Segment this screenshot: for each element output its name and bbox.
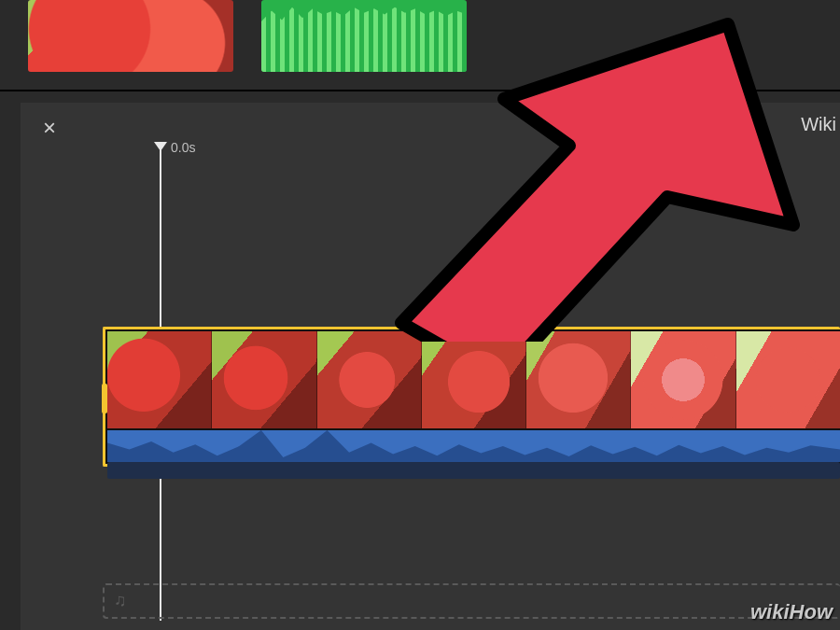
media-browser-row: [0, 0, 840, 79]
waveform-icon: [107, 430, 840, 462]
music-note-icon: ♫: [114, 591, 127, 610]
video-editor-screenshot: × Wiki 0.0s ♫: [0, 0, 840, 630]
divider: [0, 90, 840, 91]
clip-filmstrip: [107, 331, 840, 428]
clip-frame: [630, 331, 735, 428]
media-thumb-strawberry[interactable]: [28, 0, 233, 72]
watermark: wikiHow: [750, 600, 833, 624]
clip-frame: [735, 331, 840, 428]
clip-frame: [211, 331, 315, 428]
media-thumb-green-waveform[interactable]: [261, 0, 467, 72]
background-music-track[interactable]: ♫: [103, 583, 840, 619]
clip-frame: [107, 331, 211, 428]
close-icon: ×: [43, 115, 56, 141]
clip-frame: [421, 331, 525, 428]
clip-frame: [525, 331, 630, 428]
close-button[interactable]: ×: [37, 116, 62, 140]
clip-audio-waveform[interactable]: [107, 430, 840, 462]
clip-frame: [316, 331, 421, 428]
project-title: Wiki: [801, 114, 840, 135]
timeline-panel: × Wiki 0.0s ♫: [21, 103, 840, 630]
playhead-time-label: 0.0s: [171, 140, 195, 155]
playhead-marker-icon: [154, 142, 167, 151]
video-clip-selected[interactable]: [103, 327, 840, 467]
detached-audio-shadow: [107, 462, 840, 479]
